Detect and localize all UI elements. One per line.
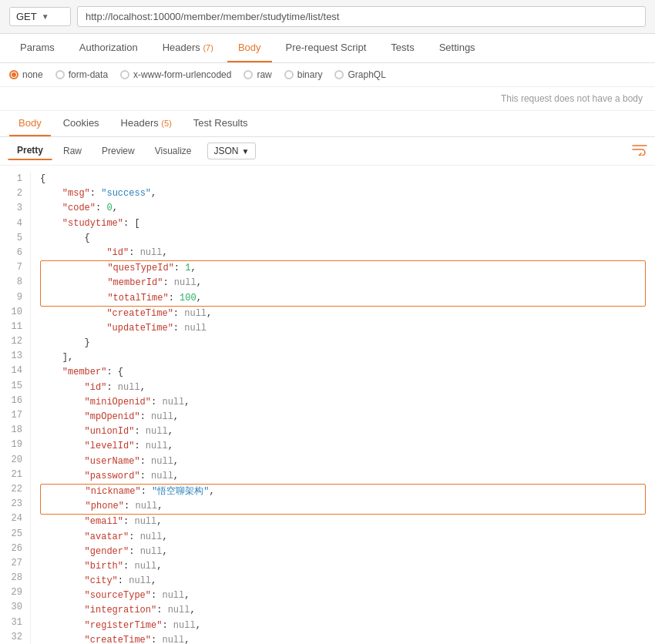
code-line: {	[40, 172, 646, 186]
body-option-binary[interactable]: binary	[284, 69, 323, 80]
url-input[interactable]	[77, 6, 646, 27]
radio-dot-form-data	[55, 70, 65, 79]
line-number: 20	[8, 453, 22, 468]
radio-dot-GraphQL	[334, 70, 344, 79]
code-line: "password": null,	[40, 469, 646, 484]
code-line: "birth": null,	[40, 559, 646, 574]
code-line: "updateTime": null	[40, 321, 646, 336]
format-dropdown[interactable]: JSON▼	[207, 143, 257, 159]
line-number: 30	[8, 600, 22, 615]
line-number: 10	[8, 305, 22, 320]
line-number: 14	[8, 364, 22, 378]
line-number: 2	[8, 186, 22, 201]
resp-tab-cookies[interactable]: Cookies	[54, 111, 109, 136]
code-line: "quesTypeId": 1,	[41, 261, 645, 276]
view-btn-pretty[interactable]: Pretty	[8, 142, 52, 160]
line-number: 13	[8, 349, 22, 364]
wrap-icon[interactable]	[632, 143, 647, 159]
radio-dot-raw	[244, 70, 253, 79]
line-number: 25	[8, 527, 22, 542]
radio-dot-binary	[284, 70, 294, 79]
code-line: }	[40, 336, 646, 351]
highlight-group-1: "quesTypeId": 1, "memberId": null, "tota…	[40, 260, 646, 307]
line-number: 11	[8, 320, 22, 334]
line-number: 15	[8, 379, 22, 394]
code-line: {	[40, 231, 646, 246]
line-number: 22	[8, 482, 22, 497]
code-line: "id": null,	[40, 381, 646, 395]
code-line: "memberId": null,	[41, 276, 645, 290]
resp-tab-test-results[interactable]: Test Results	[184, 111, 257, 136]
highlight-group-2: "nickname": "悟空聊架构", "phone": null,	[40, 484, 646, 515]
tab-tests[interactable]: Tests	[380, 34, 425, 62]
tab-pre-request-script[interactable]: Pre-request Script	[275, 34, 378, 62]
response-tabs: BodyCookiesHeaders (5)Test Results	[0, 111, 655, 137]
line-numbers: 1234567891011121314151617181920212223242…	[0, 172, 31, 644]
line-number: 4	[8, 216, 22, 231]
line-number: 26	[8, 542, 22, 556]
line-number: 31	[8, 615, 22, 630]
no-body-message: This request does not have a body	[0, 87, 655, 111]
line-number: 8	[8, 275, 22, 290]
line-number: 19	[8, 438, 22, 452]
code-line: "levelId": null,	[40, 439, 646, 454]
request-tabs: ParamsAuthorizationHeaders (7)BodyPre-re…	[0, 34, 655, 63]
radio-dot-x-www-form-urlencoded	[120, 70, 129, 79]
line-number: 32	[8, 630, 22, 644]
code-line: "sourceType": null,	[40, 589, 646, 603]
code-line: "integration": null,	[40, 603, 646, 618]
tab-params[interactable]: Params	[9, 34, 66, 62]
tab-settings[interactable]: Settings	[428, 34, 486, 62]
code-line: "mpOpenid": null,	[40, 410, 646, 424]
code-line: "email": null,	[40, 515, 646, 529]
body-options: noneform-datax-www-form-urlencodedrawbin…	[0, 63, 655, 87]
code-line: "avatar": null,	[40, 530, 646, 545]
code-line: "registerTime": null,	[40, 619, 646, 633]
code-line: "id": null,	[40, 246, 646, 260]
view-btn-visualize[interactable]: Visualize	[146, 143, 201, 159]
line-number: 1	[8, 172, 22, 186]
line-number: 24	[8, 512, 22, 526]
line-number: 28	[8, 571, 22, 585]
body-option-raw[interactable]: raw	[244, 69, 271, 80]
code-line: "code": 0,	[40, 201, 646, 216]
code-line: "unionId": null,	[40, 424, 646, 439]
body-option-x-www-form-urlencoded[interactable]: x-www-form-urlencoded	[120, 69, 231, 80]
line-number: 27	[8, 556, 22, 571]
code-line: ],	[40, 351, 646, 365]
radio-dot-none	[9, 70, 18, 79]
code-line: "nickname": "悟空聊架构",	[41, 485, 645, 499]
body-option-form-data[interactable]: form-data	[55, 69, 108, 80]
body-option-GraphQL[interactable]: GraphQL	[334, 69, 385, 80]
code-line: "studytime": [	[40, 216, 646, 231]
view-toolbar: PrettyRawPreviewVisualizeJSON▼	[0, 137, 655, 166]
line-number: 21	[8, 468, 22, 482]
resp-tab-headers[interactable]: Headers (5)	[112, 111, 181, 136]
tab-headers[interactable]: Headers (7)	[152, 34, 224, 62]
code-line: "miniOpenid": null,	[40, 395, 646, 410]
chevron-down-icon: ▼	[242, 147, 250, 156]
code-line: "city": null,	[40, 574, 646, 589]
code-line: "createTime": null,	[40, 307, 646, 321]
code-line: "msg": "success",	[40, 186, 646, 201]
line-number: 17	[8, 408, 22, 423]
line-number: 3	[8, 201, 22, 216]
method-label: GET	[16, 11, 37, 22]
tab-body[interactable]: Body	[227, 34, 272, 62]
line-number: 18	[8, 423, 22, 438]
code-line: "totalTime": 100,	[41, 291, 645, 306]
tab-authorization[interactable]: Authorization	[69, 34, 149, 62]
url-bar: GET ▼	[0, 0, 655, 34]
line-number: 16	[8, 394, 22, 408]
view-btn-raw[interactable]: Raw	[54, 143, 91, 159]
code-line: "member": {	[40, 365, 646, 380]
code-content: { "msg": "success", "code": 0, "studytim…	[31, 172, 655, 644]
line-number: 23	[8, 497, 22, 512]
method-dropdown[interactable]: GET ▼	[9, 7, 71, 26]
code-line: "gender": null,	[40, 545, 646, 559]
body-option-none[interactable]: none	[9, 69, 43, 80]
code-line: "userName": null,	[40, 454, 646, 469]
resp-tab-body[interactable]: Body	[9, 111, 51, 136]
view-btn-preview[interactable]: Preview	[92, 143, 144, 159]
code-area: 1234567891011121314151617181920212223242…	[0, 166, 655, 644]
